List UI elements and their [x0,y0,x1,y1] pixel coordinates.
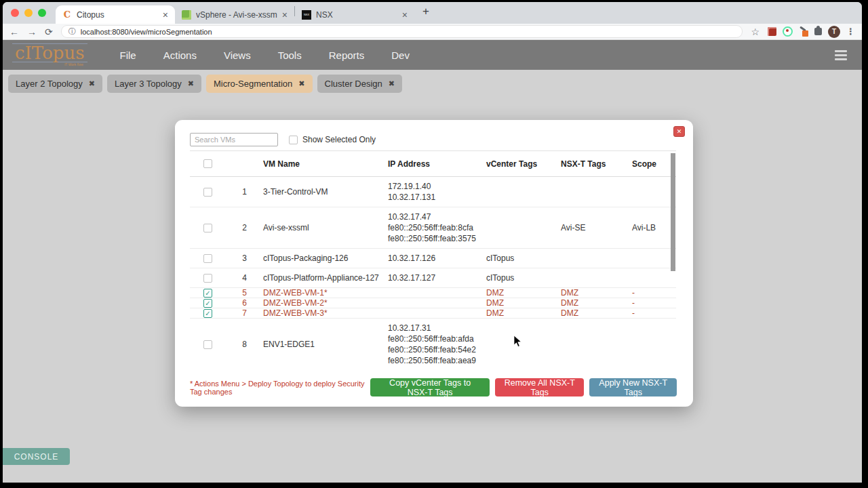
extension-icon-red[interactable] [768,27,776,36]
vm-name: DMZ-WEB-VM-2* [252,298,388,308]
view-tab-close-icon[interactable]: ✖ [188,79,194,88]
browser-tab-1[interactable]: CCitopus× [56,5,175,24]
extension-icon-ring[interactable] [783,26,793,37]
view-tab-close-icon[interactable]: ✖ [389,79,395,88]
vm-row-checkbox-cell: ✓ [190,289,229,298]
vm-vcenter-tag: DMZ [486,308,561,318]
vm-row-number: 5 [229,288,252,298]
vm-scope: - [632,308,676,318]
reload-icon[interactable]: ⟳ [45,27,53,37]
view-tab-cluster-design[interactable]: Cluster Design✖ [317,75,402,93]
browser-tab-3[interactable]: NSXNSX× [295,5,414,24]
view-tab-close-icon[interactable]: ✖ [89,79,95,88]
tab-close-icon[interactable]: × [282,10,288,20]
vm-name: DMZ-WEB-VM-3* [252,308,388,318]
zoom-window-button[interactable] [38,9,46,17]
extensions-puzzle-icon[interactable] [814,28,822,35]
col-scope: Scope [632,159,676,169]
vm-row: ✓6DMZ-WEB-VM-2*DMZDMZ- [190,298,676,308]
vm-row-number: 2 [229,223,252,232]
eyedropper-extension-icon[interactable] [799,27,808,37]
new-tab-button[interactable]: + [414,5,439,21]
vm-name: Avi-se-xssml [252,223,388,232]
close-window-button[interactable] [11,9,19,17]
view-tab-close-icon[interactable]: ✖ [298,79,304,88]
vm-checkbox[interactable] [203,188,212,197]
ip-line: 10.32.17.31 [388,323,486,333]
show-selected-only: Show Selected Only [289,135,376,144]
table-scrollbar-thumb[interactable] [671,153,675,271]
tab-title: Citopus [77,10,158,20]
site-info-icon[interactable]: ⓘ [68,26,76,37]
tab-close-icon[interactable]: × [402,10,408,20]
view-tab-label: Layer 3 Topology [115,79,182,89]
menu-item-dev[interactable]: Dev [378,49,423,61]
vm-row-checkbox-cell: ✓ [190,299,229,308]
browser-tab-strip: CCitopus×vSphere - Avi-se-xssml - Sum×NS… [3,2,862,24]
browser-tab-2[interactable]: vSphere - Avi-se-xssml - Sum× [175,5,294,24]
vm-checkbox[interactable] [203,224,212,232]
vm-ip-addresses: 10.32.17.31fe80::250:56ff:feab:afdafe80:… [388,319,486,369]
vm-checkbox[interactable]: ✓ [203,309,212,318]
vm-row: 13-Tier-Control-VM172.19.1.4010.32.17.13… [190,177,676,207]
console-button[interactable]: CONSOLE [3,448,70,465]
view-tab-micro-segmentation[interactable]: Micro-Segmentation✖ [206,75,313,93]
vm-row-checkbox-cell [190,340,229,349]
view-tab-layer-3-topology[interactable]: Layer 3 Topology✖ [107,75,201,93]
vm-scope: - [632,288,676,298]
vm-table-body: 13-Tier-Control-VM172.19.1.4010.32.17.13… [190,177,676,369]
bookmark-star-icon[interactable]: ☆ [751,27,760,37]
vm-name: cITopus-Packaging-126 [252,253,388,263]
vm-row: 8ENV1-EDGE110.32.17.31fe80::250:56ff:fea… [190,319,676,369]
remove-all-nsx-t-tags-button[interactable]: Remove All NSX-T Tags [495,378,584,396]
menu-item-tools[interactable]: Tools [264,49,315,61]
show-selected-checkbox[interactable] [289,136,298,144]
vm-checkbox[interactable]: ✓ [203,289,212,298]
vm-row: 3cITopus-Packaging-12610.32.17.126cITopu… [190,249,676,268]
browser-tabs: CCitopus×vSphere - Avi-se-xssml - Sum×NS… [56,2,414,24]
back-icon[interactable]: ← [9,27,19,37]
vm-checkbox[interactable] [203,340,212,349]
vm-ip-addresses [388,309,486,317]
view-tab-label: Micro-Segmentation [214,79,292,89]
vsphere-favicon [182,10,191,20]
ip-line: fe80::250:56ff:feab:8cfa [388,222,486,233]
vm-name: DMZ-WEB-VM-1* [252,288,388,298]
citopus-favicon: C [62,10,72,20]
vm-row-number: 6 [229,298,252,308]
menu-item-reports[interactable]: Reports [315,49,378,61]
search-vms-input[interactable] [190,133,278,146]
forward-icon[interactable]: → [27,27,37,37]
vm-row-number: 1 [229,187,252,197]
col-vcenter-tags: vCenter Tags [486,159,561,169]
vm-checkbox[interactable] [203,274,212,283]
vm-checkbox[interactable] [203,254,212,263]
ip-line: 172.19.1.40 [388,181,486,192]
mouse-cursor [513,335,523,348]
ip-line: 10.32.17.47 [388,211,486,222]
vm-nsxt-tag: DMZ [561,298,632,308]
tab-close-icon[interactable]: × [163,10,168,20]
hamburger-menu-icon[interactable] [835,50,847,60]
copy-vcenter-tags-to-nsx-t-tags-button[interactable]: Copy vCenter Tags to NSX-T Tags [370,378,490,396]
chrome-menu-icon[interactable]: ⋮ [846,26,855,37]
vm-nsxt-tag: Avi-SE [561,223,632,232]
vm-name: 3-Tier-Control-VM [252,187,388,197]
menu-item-views[interactable]: Views [210,49,264,61]
url-bar[interactable]: ⓘ localhost:8080/view/microSegmentation [61,25,743,38]
vm-checkbox[interactable]: ✓ [203,299,212,308]
view-tabs: Layer 2 Topology✖Layer 3 Topology✖Micro-… [3,70,862,93]
view-tab-layer-2-topology[interactable]: Layer 2 Topology✖ [8,75,102,93]
vm-ip-addresses: 10.32.17.47fe80::250:56ff:feab:8cfafe80:… [388,207,486,248]
select-all-checkbox[interactable] [203,159,212,168]
vm-ip-addresses [388,299,486,307]
vm-row-number: 4 [229,273,252,283]
apply-new-nsx-t-tags-button[interactable]: Apply New NSX-T Tags [589,378,677,396]
vm-row: ✓7DMZ-WEB-VM-3*DMZDMZ- [190,308,676,319]
menu-item-actions[interactable]: Actions [150,49,210,61]
dialog-close-button[interactable]: ✕ [673,126,685,137]
minimize-window-button[interactable] [24,9,33,17]
ip-line: 10.32.17.131 [388,192,486,203]
menu-item-file[interactable]: File [106,49,150,61]
profile-avatar[interactable]: T [828,26,840,38]
